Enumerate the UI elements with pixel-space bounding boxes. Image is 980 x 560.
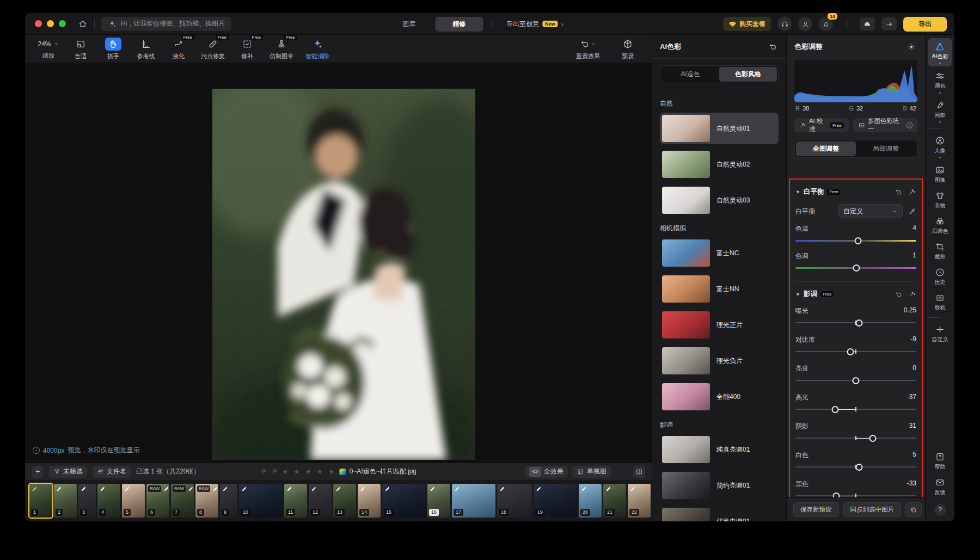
panel-settings-button[interactable] (905, 41, 917, 53)
full-effect-toggle[interactable]: <> 全效果 (525, 466, 568, 478)
color-label-swatch[interactable] (340, 469, 346, 475)
preset-item[interactable]: 纯真亮调01 (660, 434, 779, 465)
filmstrip-thumbnail[interactable]: RAW 9 (220, 484, 237, 518)
flag-icon[interactable] (260, 468, 268, 476)
notifications-button[interactable]: 14 (819, 17, 833, 31)
sidebar-item[interactable]: 联机 (928, 290, 952, 314)
filmstrip-thumbnail[interactable]: RAW 20 (579, 484, 602, 518)
slider-knob[interactable] (847, 348, 854, 355)
cloud-sync-button[interactable] (860, 17, 875, 30)
section-auto-wand-icon[interactable] (908, 188, 916, 196)
sidebar-item[interactable]: 调色 (928, 67, 952, 96)
help-button[interactable]: ? (934, 504, 946, 516)
sync-to-selected-button[interactable]: 同步到选中图片 (843, 502, 902, 517)
minimize-window-button[interactable] (47, 20, 54, 27)
filmstrip-thumbnail[interactable]: RAW 3 (78, 484, 96, 518)
copy-settings-button[interactable] (905, 502, 922, 517)
filmstrip-thumbnail[interactable]: RAW 19 (534, 484, 577, 518)
tab-ai-trace[interactable]: AI追色 (661, 67, 719, 82)
section-reset-icon[interactable] (895, 290, 903, 298)
multi-image-sync-button[interactable]: 多图色彩统一 ? (853, 118, 917, 132)
sort-button[interactable]: 文件名 (93, 466, 131, 478)
tab-color-style[interactable]: 色彩风格 (719, 67, 777, 82)
preset-item[interactable]: 理光正片 (660, 309, 779, 341)
sidebar-item[interactable]: 局部 (928, 97, 952, 125)
sidebar-item[interactable]: 人像 (928, 132, 952, 161)
slider-knob[interactable] (853, 264, 860, 272)
filmstrip-thumbnail[interactable]: RAW 1 (29, 484, 52, 518)
slider-knob[interactable] (853, 377, 860, 384)
slider[interactable] (795, 236, 916, 245)
rating-stars[interactable]: ★ ★ ★ ★ ★ (282, 467, 336, 476)
flag-icon[interactable] (271, 468, 279, 476)
split-view-button[interactable] (633, 466, 645, 478)
filmstrip-thumbnail[interactable]: RAW 21 (603, 484, 626, 518)
preset-list[interactable]: 自然 自然灵动01 自然灵动02 自然灵动03 相机模拟 (652, 91, 786, 521)
tool-button[interactable]: Free 智能消除 (299, 38, 335, 60)
slider-knob[interactable] (855, 319, 862, 327)
filmstrip-thumbnail[interactable]: RAW 12 (309, 484, 332, 518)
preset-item[interactable]: 简约亮调01 (660, 470, 779, 501)
slider[interactable] (795, 347, 916, 356)
filmstrip-thumbnail[interactable]: RAW 4 (97, 484, 120, 518)
sidebar-item[interactable]: 裁剪 (928, 238, 952, 263)
slider[interactable] (795, 376, 916, 385)
slider[interactable] (795, 462, 916, 472)
white-balance-dropdown[interactable]: 自定义 (838, 204, 903, 218)
sidebar-item[interactable]: AI色彩 (928, 38, 952, 66)
filmstrip-thumbnail[interactable]: RAW 14 (358, 484, 381, 518)
filmstrip[interactable]: RAW 1 RAW 2 RAW 3 RAW 4 RAW (25, 480, 652, 521)
close-window-button[interactable] (35, 20, 42, 27)
preset-item[interactable]: 富士NN (660, 273, 779, 305)
filmstrip-thumbnail[interactable]: RAW 17 (452, 484, 495, 518)
tab-gallery[interactable]: 图库 (385, 17, 433, 32)
preset-item[interactable]: 自然灵动02 (660, 149, 779, 180)
ai-calibrate-button[interactable]: AI 校准 Free (794, 118, 849, 132)
preset-item[interactable]: 全能400 (660, 381, 779, 413)
tool-button[interactable]: Free 修补 (231, 38, 264, 60)
filmstrip-thumbnail[interactable]: RAW 6 (146, 484, 169, 518)
slider[interactable] (795, 318, 916, 328)
slider[interactable] (795, 404, 916, 414)
tool-button[interactable]: Free 液化 (162, 38, 195, 60)
maximize-window-button[interactable] (59, 20, 66, 27)
slider[interactable] (795, 263, 916, 273)
tab-global-adjust[interactable]: 全图调整 (796, 141, 856, 156)
sidebar-item[interactable]: 图像 (928, 162, 952, 186)
single-view-toggle[interactable]: 单视图 (572, 466, 611, 478)
filmstrip-thumbnail[interactable]: RAW 10 (239, 484, 283, 518)
export-to-creative-button[interactable]: 导出至创意 New › (501, 17, 569, 32)
sidebar-item[interactable]: 反馈 (928, 474, 952, 499)
tab-local-adjust[interactable]: 局部调整 (856, 141, 916, 156)
filmstrip-thumbnail[interactable]: RAW 22 (628, 484, 651, 518)
ai-search-input[interactable]: Hi，让我帮你修图、找功能、搜图片 (101, 17, 231, 31)
reset-effects-button[interactable]: 重置效果 (570, 38, 606, 60)
filmstrip-thumbnail[interactable]: RAW 18 (497, 484, 532, 518)
tool-button[interactable]: Free 参考线 (130, 38, 162, 60)
section-auto-wand-icon[interactable] (908, 290, 916, 298)
preset-item[interactable]: 自然灵动03 (660, 184, 779, 216)
tool-button[interactable]: Free 合适 (64, 38, 97, 60)
zoom-control[interactable]: 24% 缩放 (33, 38, 64, 60)
slider-knob[interactable] (832, 406, 839, 413)
tone-section-header[interactable]: ▼ 影调 Free (795, 290, 916, 299)
quick-export-button[interactable] (881, 17, 897, 30)
filter-button[interactable]: 未筛选 (49, 466, 87, 478)
sidebar-item[interactable]: 历史 (928, 264, 952, 288)
preset-item[interactable]: 理光负片 (660, 345, 779, 377)
filmstrip-thumbnail[interactable]: RAW 5 (122, 484, 145, 518)
filmstrip-thumbnail[interactable]: RAW 15 (382, 484, 426, 518)
eyedropper-button[interactable] (908, 207, 916, 216)
tool-button[interactable]: Free 仿制图章 (264, 38, 299, 60)
filmstrip-thumbnail[interactable]: RAW 8 (195, 484, 218, 518)
tool-button[interactable]: Free 污点修复 (195, 38, 231, 60)
presets-button[interactable]: 预设 (611, 38, 644, 60)
preset-item[interactable]: 自然灵动01 (660, 113, 779, 144)
slider-knob[interactable] (855, 464, 862, 471)
section-reset-icon[interactable] (895, 188, 903, 196)
image-canvas[interactable]: i 4000px 预览，水印仅在预览显示 (25, 63, 652, 463)
buy-plan-button[interactable]: 购买套餐 (723, 17, 771, 31)
filmstrip-thumbnail[interactable]: RAW 11 (284, 484, 307, 518)
support-button[interactable] (777, 17, 792, 31)
slider-knob[interactable] (869, 435, 877, 442)
